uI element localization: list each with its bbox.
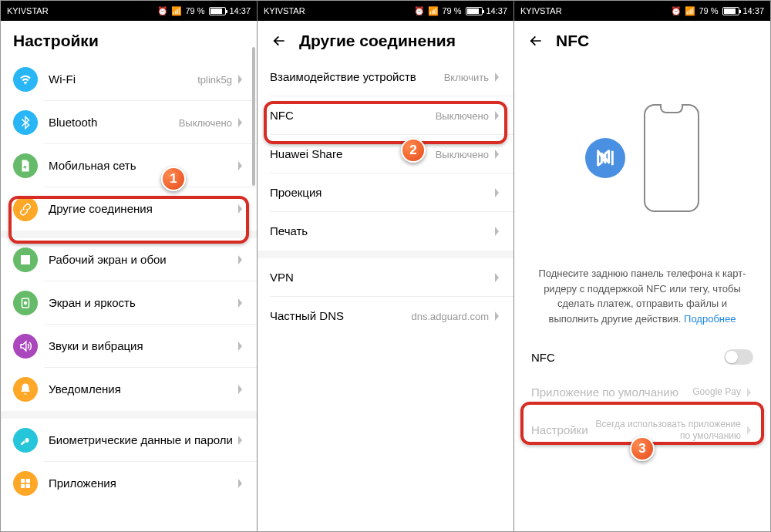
item-label: Проекция xyxy=(270,185,493,200)
brightness-icon xyxy=(13,291,38,315)
item-nfc[interactable]: NFC Выключено xyxy=(258,96,513,135)
item-value: Всегда использовать приложение по умолча… xyxy=(588,419,741,443)
key-icon xyxy=(13,428,38,453)
item-private-dns[interactable]: Частный DNS dns.adguard.com xyxy=(258,297,513,335)
carrier-label: KYIVSTAR xyxy=(7,6,49,15)
chevron-icon xyxy=(746,387,753,398)
settings-item-wifi[interactable]: Wi-Fi tplink5g xyxy=(1,58,257,101)
signal-icon: 📶 xyxy=(428,6,439,16)
nfc-toggle[interactable] xyxy=(724,349,753,365)
item-huawei-share[interactable]: Huawei Share Выключено xyxy=(258,135,513,173)
carrier-label: KYIVSTAR xyxy=(520,6,562,15)
item-label: Bluetooth xyxy=(49,115,179,130)
item-value: tplink5g xyxy=(197,74,232,86)
settings-item-mobile[interactable]: Мобильная сеть xyxy=(1,144,257,187)
other-connections-screen: KYIVSTAR ⏰ 📶 79 % 14:37 Другие соединени… xyxy=(258,1,514,531)
item-value: Выключено xyxy=(179,117,232,129)
chevron-icon xyxy=(493,311,501,322)
nfc-toggle-row[interactable]: NFC xyxy=(514,338,770,375)
link-icon xyxy=(13,197,38,221)
chevron-icon xyxy=(493,72,501,82)
screen-header: Другие соединения xyxy=(258,21,513,58)
settings-item-other-connections[interactable]: Другие соединения xyxy=(1,187,257,231)
battery-label: 79 % xyxy=(442,6,461,15)
settings-screen: KYIVSTAR ⏰ 📶 79 % 14:37 Настройки Wi-Fi … xyxy=(1,1,258,531)
settings-item-apps[interactable]: Приложения xyxy=(1,462,257,505)
item-label: Печать xyxy=(270,224,493,239)
item-device-interaction[interactable]: Взаимодействие устройств Включить xyxy=(258,58,513,96)
svg-point-1 xyxy=(24,301,28,305)
page-title: NFC xyxy=(556,32,589,50)
item-value: Выключено xyxy=(436,110,489,122)
picture-icon xyxy=(13,247,38,272)
chevron-icon xyxy=(237,117,244,128)
settings-list[interactable]: Wi-Fi tplink5g Bluetooth Выключено Мобил… xyxy=(1,58,257,531)
settings-item-biometrics[interactable]: Биометрические данные и пароли xyxy=(1,419,257,462)
chevron-icon xyxy=(493,110,501,121)
carrier-label: KYIVSTAR xyxy=(264,6,305,15)
item-label: Мобильная сеть xyxy=(49,158,237,173)
more-link[interactable]: Подробнее xyxy=(684,313,736,325)
battery-icon xyxy=(209,7,226,15)
item-label: Взаимодействие устройств xyxy=(270,69,444,85)
chevron-icon xyxy=(237,254,244,265)
apps-icon xyxy=(13,471,38,496)
wifi-icon xyxy=(13,67,38,92)
status-bar: KYIVSTAR ⏰ 📶 79 % 14:37 xyxy=(514,1,770,21)
item-label: Huawei Share xyxy=(270,146,436,162)
back-button[interactable] xyxy=(270,32,288,50)
item-label: Рабочий экран и обои xyxy=(49,252,237,268)
phone-outline-icon xyxy=(644,104,699,212)
item-label: NFC xyxy=(270,108,436,123)
item-label: Уведомления xyxy=(49,382,237,397)
scrollbar[interactable] xyxy=(252,47,255,340)
bluetooth-icon xyxy=(13,110,38,135)
item-value: Включить xyxy=(444,72,489,83)
toggle-label: NFC xyxy=(531,351,724,364)
chevron-icon xyxy=(237,341,244,352)
chevron-icon xyxy=(237,298,244,308)
alarm-icon: ⏰ xyxy=(157,6,168,16)
connections-list[interactable]: Взаимодействие устройств Включить NFC Вы… xyxy=(258,58,513,531)
item-value: dns.adguard.com xyxy=(412,311,489,322)
time-label: 14:37 xyxy=(486,6,507,15)
alarm-icon: ⏰ xyxy=(414,6,425,16)
alarm-icon: ⏰ xyxy=(671,6,682,16)
status-bar: KYIVSTAR ⏰ 📶 79 % 14:37 xyxy=(1,1,257,21)
item-label: Другие соединения xyxy=(49,201,237,217)
back-button[interactable] xyxy=(527,32,545,50)
item-label: Звуки и вибрация xyxy=(49,338,237,354)
screen-header: Настройки xyxy=(1,21,257,58)
settings-item-notifications[interactable]: Уведомления xyxy=(1,368,257,411)
item-value: Выключено xyxy=(436,149,489,160)
bell-icon xyxy=(13,377,38,402)
sim-icon xyxy=(13,153,38,178)
item-label: Wi-Fi xyxy=(49,72,197,87)
item-projection[interactable]: Проекция xyxy=(258,173,513,212)
svg-rect-5 xyxy=(26,484,30,488)
item-label: Экран и яркость xyxy=(49,295,237,311)
battery-icon xyxy=(722,7,739,15)
battery-label: 79 % xyxy=(185,6,204,15)
settings-item-bluetooth[interactable]: Bluetooth Выключено xyxy=(1,101,257,144)
settings-item-home[interactable]: Рабочий экран и обои xyxy=(1,238,257,281)
chevron-icon xyxy=(493,149,501,160)
item-value: Google Pay xyxy=(692,386,741,399)
item-label: Приложения xyxy=(49,476,237,491)
chevron-icon xyxy=(237,160,244,171)
settings-row: Настройки Всегда использовать приложение… xyxy=(514,409,770,452)
settings-item-sound[interactable]: Звуки и вибрация xyxy=(1,325,257,368)
sound-icon xyxy=(13,334,38,359)
svg-rect-3 xyxy=(26,479,30,483)
nfc-illustration xyxy=(514,58,770,266)
nfc-badge-icon xyxy=(585,138,625,178)
item-vpn[interactable]: VPN xyxy=(258,258,513,297)
chevron-icon xyxy=(493,187,501,198)
chevron-icon xyxy=(237,74,244,85)
chevron-icon xyxy=(493,226,501,237)
chevron-icon xyxy=(237,384,244,395)
settings-item-display[interactable]: Экран и яркость xyxy=(1,281,257,325)
svg-rect-2 xyxy=(21,479,25,483)
battery-icon xyxy=(466,7,483,15)
item-print[interactable]: Печать xyxy=(258,212,513,251)
